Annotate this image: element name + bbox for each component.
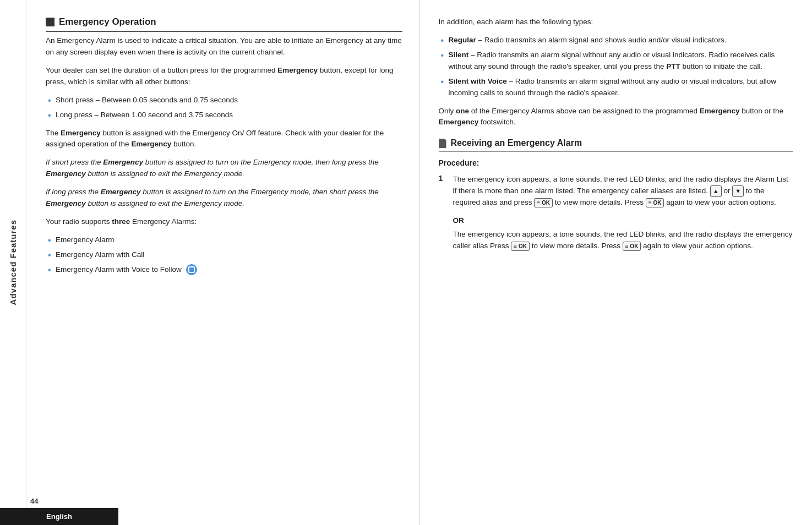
list-item: Short press – Between 0.05 seconds and 0…	[46, 95, 402, 106]
receiving-title-text: Receiving an Emergency Alarm	[451, 138, 582, 148]
list-item: Emergency Alarm	[46, 234, 402, 246]
receiving-section-title: Receiving an Emergency Alarm	[439, 138, 793, 152]
doc-icon	[439, 139, 446, 148]
left-title-text: Emergency Operation	[59, 17, 156, 28]
nav-down-icon: ▼	[732, 185, 744, 197]
procedure-label: Procedure:	[439, 157, 793, 169]
right-column: In addition, each alarm has the followin…	[419, 0, 813, 525]
step-number: 1	[439, 174, 448, 259]
voice-follow-icon	[186, 264, 197, 275]
emergency-btn-para: The Emergency button is assigned with th…	[46, 128, 402, 151]
list-item: Long press – Between 1.00 second and 3.7…	[46, 110, 402, 121]
italic-note1: If short press the Emergency button is a…	[46, 157, 402, 180]
left-section-title: Emergency Operation	[46, 17, 402, 32]
step-1-content: The emergency icon appears, a tone sound…	[453, 174, 793, 259]
square-icon	[46, 18, 55, 26]
list-item-silent-voice: Silent with Voice – Radio transmits an a…	[439, 76, 793, 99]
only-one-para: Only one of the Emergency Alarms above c…	[439, 106, 793, 129]
supports-para: Your radio supports three Emergency Alar…	[46, 216, 402, 228]
footer-language-text: English	[46, 512, 72, 521]
or-label: OR	[453, 215, 793, 227]
nav-up-icon: ▲	[710, 185, 722, 197]
ok-key-2: ≡ OK	[646, 198, 664, 207]
footer-language-bar: English	[0, 508, 118, 525]
step1-or-text: The emergency icon appears, a tone sound…	[453, 229, 793, 252]
ok-key-4: ≡ OK	[623, 242, 641, 251]
columns: Emergency Operation An Emergency Alarm i…	[26, 0, 812, 525]
right-intro: In addition, each alarm has the followin…	[439, 17, 793, 28]
list-item: Emergency Alarm with Voice to Follow	[46, 264, 402, 276]
main-content: Emergency Operation An Emergency Alarm i…	[26, 0, 812, 525]
page-number: 44	[30, 497, 38, 505]
step-1: 1 The emergency icon appears, a tone sou…	[439, 174, 793, 259]
list-item-silent: Silent – Radio transmits an alarm signal…	[439, 50, 793, 73]
sidebar: Advanced Features	[0, 0, 26, 525]
list-item-regular: Regular – Radio transmits an alarm signa…	[439, 35, 793, 46]
alarm-list: Emergency Alarm Emergency Alarm with Cal…	[46, 234, 402, 276]
ok-key-1: ≡ OK	[534, 198, 553, 207]
intro-para1: An Emergency Alarm is used to indicate a…	[46, 35, 402, 58]
left-column: Emergency Operation An Emergency Alarm i…	[26, 0, 419, 525]
intro-para2: Your dealer can set the duration of a bu…	[46, 65, 402, 88]
ok-key-3: ≡ OK	[511, 242, 530, 251]
list-item: Emergency Alarm with Call	[46, 249, 402, 261]
bullet-list-press: Short press – Between 0.05 seconds and 0…	[46, 95, 402, 121]
alarm-types-list: Regular – Radio transmits an alarm signa…	[439, 35, 793, 99]
sidebar-label: Advanced Features	[8, 220, 18, 305]
page-wrapper: Advanced Features Emergency Operation An…	[0, 0, 812, 525]
step1-text: The emergency icon appears, a tone sound…	[453, 174, 793, 209]
italic-note2: If long press the Emergency button is as…	[46, 187, 402, 210]
